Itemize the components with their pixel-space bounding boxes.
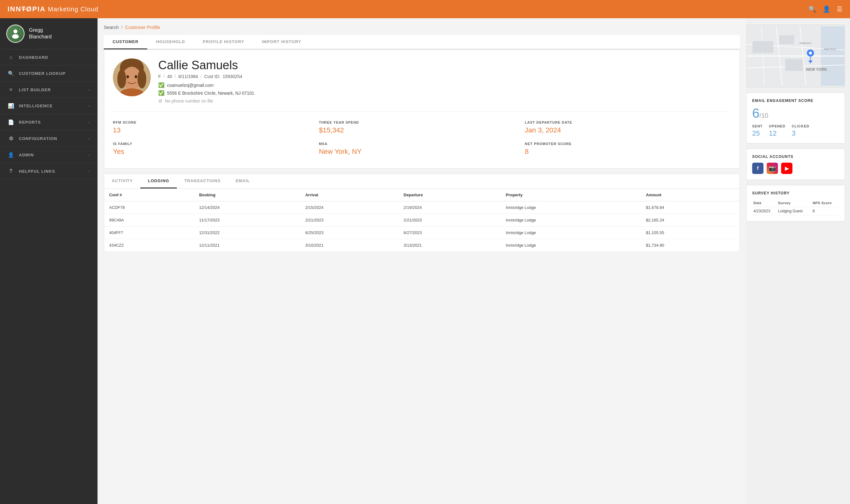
score-denom: /10 (759, 112, 768, 119)
survey-cell-date: 4/23/2023 (752, 207, 777, 216)
sidebar: Gregg Blanchard ⌂ DASHBOARD 🔍 CUSTOMER L… (0, 18, 97, 504)
sidebar-item-label: ADMIN (19, 152, 34, 157)
cell-conf: ACDF78 (104, 201, 194, 214)
dashboard-icon: ⌂ (7, 54, 15, 60)
sidebar-item-label: LIST BUILDER (19, 88, 51, 92)
address-verified-icon: ✅ (158, 90, 164, 96)
profile-info: Callie Samuels F / 40 / 6/11/1984 / Cust… (158, 58, 731, 104)
clicked-label: CLICKED (792, 124, 810, 128)
svg-text:Paterson: Paterson (799, 41, 811, 45)
cell-arrival: 2/21/2023 (300, 214, 398, 227)
rfm-score-stat: RFM SCORE 13 (113, 117, 319, 138)
chevron-right-icon: › (88, 104, 90, 108)
right-panel: NEW YORK Paterson New Roc... EMAIL ENGAG… (746, 18, 850, 504)
product-name: Marketing Cloud (48, 6, 98, 13)
profile-tabs: CUSTOMER HOUSEHOLD PROFILE HISTORY IMPOR… (104, 35, 740, 49)
col-arrival: Arrival (300, 189, 398, 201)
nps-label: NET PROMOTER SCORE (525, 142, 731, 146)
youtube-icon[interactable]: ▶ (781, 163, 792, 174)
rfm-score-value: 13 (113, 126, 319, 134)
survey-col-survey: Survey (777, 199, 811, 207)
sidebar-item-label: CONFIGURATION (19, 136, 57, 141)
sidebar-item-dashboard[interactable]: ⌂ DASHBOARD (0, 49, 97, 66)
breadcrumb-current: Customer Profile (125, 24, 160, 30)
tab-email[interactable]: EMAIL (228, 174, 257, 188)
avatar (6, 24, 24, 43)
sent-value: 25 (752, 129, 762, 138)
tab-household[interactable]: HOUSEHOLD (147, 35, 194, 49)
sidebar-item-admin[interactable]: 👤 ADMIN › (0, 147, 97, 163)
svg-point-8 (126, 75, 129, 78)
configuration-icon: ⚙ (7, 136, 15, 142)
opened-stat: OPENED 12 (769, 124, 785, 138)
intelligence-icon: 📊 (7, 103, 15, 109)
user-icon[interactable]: 👤 (822, 5, 831, 13)
sidebar-profile: Gregg Blanchard (0, 18, 97, 49)
sidebar-item-list-builder[interactable]: ≡ LIST BUILDER › (0, 82, 97, 98)
social-title: SOCIAL ACCOUNTS (752, 155, 839, 159)
sidebar-item-configuration[interactable]: ⚙ CONFIGURATION › (0, 130, 97, 147)
cell-booking: 12/14/2024 (194, 201, 301, 214)
top-nav-icons: 🔍 👤 ☰ (809, 5, 843, 13)
score-value: 6 (752, 106, 759, 121)
cell-departure: 2/21/2023 (399, 214, 501, 227)
sidebar-item-intelligence[interactable]: 📊 INTELLIGENCE › (0, 98, 97, 114)
top-navigation: INNTØPIA Marketing Cloud 🔍 👤 ☰ (0, 0, 850, 18)
facebook-icon[interactable]: f (752, 163, 763, 174)
is-family-value: Yes (113, 147, 319, 156)
chevron-right-icon: › (88, 153, 90, 157)
main-content: Search / Customer Profile CUSTOMER HOUSE… (97, 18, 746, 504)
cell-amount: $2,165.24 (641, 214, 740, 227)
engagement-stats: SENT 25 OPENED 12 CLICKED 3 (752, 124, 839, 138)
table-row: 99C49A11/17/20232/21/20232/21/2023Innisr… (104, 214, 740, 227)
sidebar-item-helpful-links[interactable]: ? HELPFUL LINKS › (0, 163, 97, 179)
email-engagement-widget: EMAIL ENGAGEMENT SCORE 6/10 SENT 25 OPEN… (746, 92, 845, 143)
cell-booking: 12/11/2021 (194, 239, 301, 252)
tab-lodging[interactable]: LODGING (140, 174, 177, 188)
opened-value: 12 (769, 129, 785, 138)
svg-point-9 (134, 75, 137, 78)
tab-import-history[interactable]: IMPORT HISTORY (253, 35, 310, 49)
survey-cell-nps: 8 (811, 207, 839, 216)
tab-customer[interactable]: CUSTOMER (104, 35, 147, 49)
gender: F (158, 74, 161, 79)
cell-property: Innisridge Lodge (501, 201, 641, 214)
sidebar-item-customer-lookup[interactable]: 🔍 CUSTOMER LOOKUP (0, 66, 97, 82)
profile-contact: ✅ csamuelsnj@gmail.com ✅ 5556 E Brockshi… (158, 82, 731, 104)
svg-text:New Roc...: New Roc... (824, 47, 838, 51)
tab-activity[interactable]: ACTIVITY (104, 174, 140, 188)
cell-booking: 11/17/2023 (194, 214, 301, 227)
email-engagement-title: EMAIL ENGAGEMENT SCORE (752, 98, 839, 103)
list-builder-icon: ≡ (7, 87, 15, 92)
age: 40 (167, 74, 172, 79)
helpful-links-icon: ? (7, 168, 15, 174)
msa-stat: MSA New York, NY (319, 138, 525, 160)
tab-profile-history[interactable]: PROFILE HISTORY (194, 35, 253, 49)
chevron-right-icon: › (88, 169, 90, 173)
customer-email: csamuelsnj@gmail.com (167, 83, 214, 88)
instagram-icon[interactable]: 📷 (767, 163, 778, 174)
table-row: ACDF7812/14/20242/15/20242/19/2024Innisr… (104, 201, 740, 214)
table-row: 434CZ212/11/20213/10/20213/13/2021Innisr… (104, 239, 740, 252)
profile-stats: RFM SCORE 13 THREE YEAR SPEND $15,342 LA… (113, 111, 731, 160)
menu-icon[interactable]: ☰ (837, 5, 843, 13)
breadcrumb-separator: / (122, 24, 123, 30)
col-departure: Departure (399, 189, 501, 201)
cell-property: Innisridge Lodge (501, 227, 641, 239)
social-accounts-widget: SOCIAL ACCOUNTS f 📷 ▶ (746, 148, 845, 180)
last-departure-stat: LAST DEPARTURE DATE Jan 3, 2024 (525, 117, 731, 138)
breadcrumb-search[interactable]: Search (104, 24, 119, 30)
chevron-right-icon: › (88, 137, 90, 141)
chevron-right-icon: › (88, 88, 90, 92)
tab-transactions[interactable]: TRANSACTIONS (177, 174, 228, 188)
sidebar-username: Gregg Blanchard (29, 27, 52, 40)
survey-table: Date Survey NPS Score 4/23/2023Lodging G… (752, 199, 839, 216)
svg-point-6 (117, 70, 126, 88)
sidebar-item-reports[interactable]: 📄 REPORTS › (0, 114, 97, 130)
survey-col-date: Date (752, 199, 777, 207)
rfm-score-label: RFM SCORE (113, 121, 319, 124)
svg-point-1 (12, 34, 19, 39)
customer-phone-note: No phone number on file (165, 98, 213, 104)
search-icon[interactable]: 🔍 (809, 5, 816, 13)
profile-meta: F / 40 / 6/11/1984 / Cust ID: 15930254 (158, 74, 731, 79)
